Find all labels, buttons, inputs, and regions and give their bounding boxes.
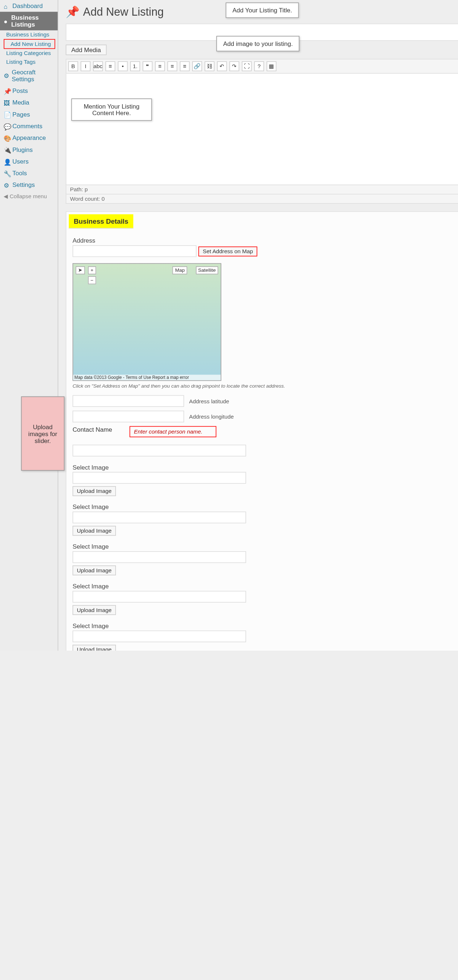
editor-path: Path: p: [70, 186, 88, 193]
sidebar-item-posts[interactable]: 📌Posts: [0, 85, 57, 97]
content-editor[interactable]: Mention Your Listing Content Here. At la…: [65, 73, 458, 185]
upload-image-button-0[interactable]: Upload Image: [73, 486, 116, 496]
tb-fullscreen[interactable]: ⛶: [242, 61, 252, 71]
tb-bold[interactable]: B: [68, 61, 78, 71]
sidebar-item-tools[interactable]: 🔧Tools: [0, 167, 57, 179]
business-details-heading: Business Details: [69, 214, 134, 228]
tb-ol2[interactable]: 1.: [130, 61, 140, 71]
sidebar-item-appearance[interactable]: 🎨Appearance: [0, 132, 57, 143]
map-attribution: Map data ©2013 Google - Terms of Use Rep…: [73, 375, 221, 380]
select-image-label: Select Image: [73, 543, 458, 550]
map-widget[interactable]: ➤ + − Map Satellite Map data ©2013 Googl…: [73, 263, 221, 381]
latitude-label: Address latitude: [189, 398, 229, 404]
pin-icon: 📌: [65, 5, 79, 19]
address-label: Address: [73, 237, 458, 244]
sidebar-sub-listing-categories[interactable]: Listing Categories: [0, 49, 57, 57]
address-input[interactable]: [73, 245, 196, 257]
upload-image-button-3[interactable]: Upload Image: [73, 605, 116, 615]
callout-media: Add image to your listing.: [216, 36, 299, 52]
sidebar-item-users[interactable]: 👤Users: [0, 156, 57, 167]
select-image-label: Select Image: [73, 583, 458, 590]
collapse-menu[interactable]: ◀ Collapse menu: [0, 191, 57, 202]
select-image-input-0[interactable]: [73, 472, 246, 484]
admin-sidebar: ⌂Dashboard ●Business Listings Business L…: [0, 0, 58, 651]
contact-name-hint: Enter contact person name.: [129, 426, 216, 438]
sidebar-item-settings[interactable]: ⚙Settings: [0, 179, 57, 191]
metabox-business-details: Business Details Address Set Address on …: [65, 211, 458, 651]
select-image-input-4[interactable]: [73, 631, 246, 642]
sidebar-sub-listing-tags[interactable]: Listing Tags: [0, 57, 57, 66]
tb-ol[interactable]: •: [118, 61, 128, 71]
callout-content: Mention Your Listing Content Here.: [72, 99, 152, 121]
select-image-label: Select Image: [73, 464, 458, 471]
callout-title: Add Your Listing Title.: [226, 3, 299, 18]
tb-undo[interactable]: ↶: [217, 61, 227, 71]
contact-name-label: Contact Name: [73, 426, 122, 433]
tb-kitchen-sink[interactable]: ▦: [267, 61, 276, 71]
tb-quote[interactable]: ❝: [143, 61, 152, 71]
upload-image-button-1[interactable]: Upload Image: [73, 526, 116, 536]
callout-slider: Upload images for slider.: [21, 396, 65, 471]
latitude-input[interactable]: [73, 395, 184, 407]
select-image-input-1[interactable]: [73, 511, 246, 523]
sidebar-item-dashboard[interactable]: ⌂Dashboard: [0, 0, 57, 12]
tb-left[interactable]: ≡: [155, 61, 165, 71]
tb-center[interactable]: ≡: [168, 61, 177, 71]
sidebar-item-business-listings[interactable]: ●Business Listings: [0, 12, 57, 30]
tb-redo[interactable]: ↷: [229, 61, 239, 71]
upload-image-button-2[interactable]: Upload Image: [73, 565, 116, 575]
select-image-label: Select Image: [73, 623, 458, 630]
sidebar-item-geocraft-settings[interactable]: ⚙Geocraft Settings: [0, 66, 57, 85]
map-tab-map[interactable]: Map: [172, 266, 187, 274]
select-image-input-2[interactable]: [73, 551, 246, 563]
sidebar-item-pages[interactable]: 📄Pages: [0, 108, 57, 120]
tb-ul[interactable]: ≡: [105, 61, 115, 71]
tb-link[interactable]: 🔗: [192, 61, 202, 71]
longitude-input[interactable]: [73, 410, 184, 422]
sidebar-item-plugins[interactable]: 🔌Plugins: [0, 143, 57, 155]
tb-right[interactable]: ≡: [180, 61, 190, 71]
upload-image-button-4[interactable]: Upload Image: [73, 645, 116, 651]
select-image-input-3[interactable]: [73, 591, 246, 603]
editor-toolbar: B I abc ≡ • 1. ❝ ≡ ≡ ≡ 🔗 ⛓ ↶ ↷ ⛶ ? ▦: [65, 59, 458, 74]
sidebar-sub-add-new-listing[interactable]: Add New Listing: [4, 39, 55, 49]
tb-strike[interactable]: abc: [93, 61, 103, 71]
tb-help[interactable]: ?: [254, 61, 264, 71]
map-hint: Click on "Set Address on Map" and then y…: [73, 383, 458, 389]
sidebar-sub-business-listings[interactable]: Business Listings: [0, 30, 57, 39]
map-tab-satellite[interactable]: Satellite: [195, 266, 218, 274]
word-count: Word count: 0: [70, 196, 105, 202]
sidebar-item-comments[interactable]: 💬Comments: [0, 120, 57, 132]
select-image-label: Select Image: [73, 503, 458, 511]
sidebar-item-media[interactable]: 🖼Media: [0, 97, 57, 108]
tb-unlink[interactable]: ⛓: [204, 61, 214, 71]
tb-italic[interactable]: I: [81, 61, 91, 71]
longitude-label: Address longitude: [189, 414, 234, 420]
contact-name-input[interactable]: [73, 445, 246, 457]
add-media-button[interactable]: Add Media: [65, 45, 107, 55]
set-address-on-map-button[interactable]: Set Address on Map: [198, 247, 257, 256]
